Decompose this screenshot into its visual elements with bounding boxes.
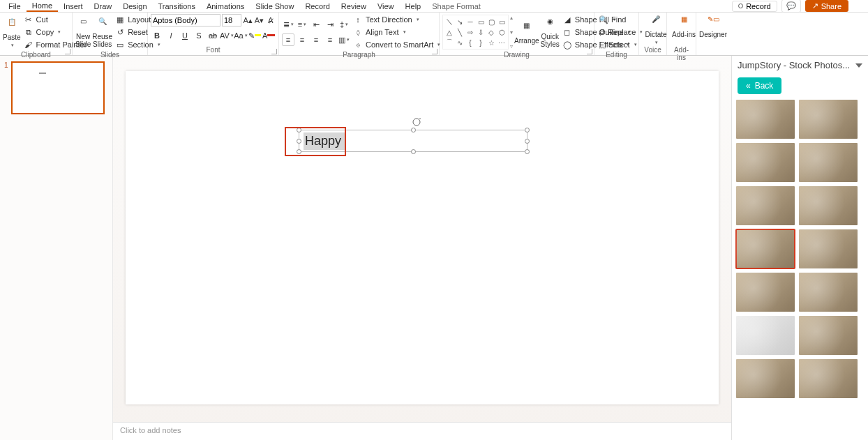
indent-button[interactable]: ⇥ <box>324 18 336 31</box>
arrange-button[interactable]: ▦Arrange <box>514 20 539 45</box>
new-slide-button[interactable]: ▭New Slide <box>75 16 91 48</box>
columns-button[interactable]: ▥▾ <box>338 33 350 46</box>
align-center-button[interactable]: ≡ <box>296 33 308 46</box>
select-label: Select <box>608 40 630 49</box>
fill-icon: ◢ <box>562 15 572 24</box>
tab-transitions[interactable]: Transitions <box>153 1 201 11</box>
clipboard-dialog-launcher[interactable] <box>65 49 70 54</box>
highlight-button[interactable]: ✎ <box>248 29 261 42</box>
align-left-button[interactable]: ≡ <box>282 33 294 46</box>
handle-bl[interactable] <box>297 149 301 154</box>
tab-draw[interactable]: Draw <box>89 1 118 11</box>
share-button[interactable]: ↗Share <box>805 0 848 12</box>
replace-button[interactable]: ⇄Replace▾ <box>597 26 636 38</box>
tab-view[interactable]: View <box>372 1 400 11</box>
quick-styles-button[interactable]: ◉Quick Styles <box>541 16 560 48</box>
comments-button[interactable]: 💬 <box>781 0 801 13</box>
tab-insert[interactable]: Insert <box>58 1 89 11</box>
panel-collapse-icon[interactable] <box>855 63 862 68</box>
smartart-button[interactable]: ⟐Convert to SmartArt▾ <box>352 39 442 50</box>
rotate-handle[interactable] <box>412 117 421 127</box>
numbers-button[interactable]: ≡▾ <box>296 18 308 31</box>
result-image[interactable] <box>799 229 858 268</box>
shadow-button[interactable]: S <box>193 29 205 42</box>
back-button[interactable]: «Back <box>738 77 781 94</box>
slide-thumbnail-1[interactable] <box>11 61 105 114</box>
underline-button[interactable]: U <box>179 29 191 42</box>
addins-button[interactable]: ▦Add-ins <box>670 14 698 38</box>
find-button[interactable]: 🔍Find <box>597 14 636 25</box>
drawing-dialog-launcher[interactable] <box>587 49 592 54</box>
clear-format-button[interactable]: A̷ <box>266 14 276 26</box>
text-direction-button[interactable]: ↕Text Direction▾ <box>352 14 442 25</box>
tab-record[interactable]: Record <box>299 1 335 11</box>
align-text-button[interactable]: ⎀Align Text▾ <box>352 26 442 38</box>
selected-text[interactable]: Happy <box>304 132 345 150</box>
highlight-icon: ✎ <box>248 31 255 40</box>
paragraph-group-label: Paragraph <box>282 50 436 59</box>
increase-font-button[interactable]: A▴ <box>243 14 253 26</box>
char-spacing-button[interactable]: AV▾ <box>220 29 233 42</box>
result-image[interactable] <box>736 186 795 225</box>
strike-button[interactable]: ab <box>207 29 219 42</box>
shapes-gallery[interactable]: ＼↘─▭▢▭ △╲⇨⇩◇⬡ ⌒∿{}☆⋯ <box>442 15 509 50</box>
bullets-button[interactable]: ≣▾ <box>282 18 294 31</box>
bold-button[interactable]: B <box>151 29 163 42</box>
addins-group-label: Add-ins <box>670 45 693 55</box>
handle-bc[interactable] <box>411 149 416 154</box>
handle-tc[interactable] <box>411 128 416 132</box>
font-color-button[interactable]: A <box>262 29 275 42</box>
font-name-select[interactable] <box>151 14 220 26</box>
outdent-button[interactable]: ⇤ <box>310 18 322 31</box>
handle-tr[interactable] <box>525 128 530 132</box>
tab-file[interactable]: File <box>3 1 27 11</box>
result-image[interactable] <box>799 143 858 182</box>
dictate-button[interactable]: 🎤Dictate▾ <box>642 14 670 45</box>
result-image[interactable] <box>736 359 795 398</box>
font-size-select[interactable] <box>222 14 241 26</box>
handle-mr[interactable] <box>525 139 530 144</box>
tab-animations[interactable]: Animations <box>201 1 250 11</box>
tab-slideshow[interactable]: Slide Show <box>250 1 299 11</box>
record-button[interactable]: Record <box>732 1 777 12</box>
result-image[interactable] <box>799 316 858 355</box>
result-image[interactable] <box>736 316 795 355</box>
result-image-selected[interactable] <box>736 229 795 268</box>
reuse-slides-button[interactable]: 🔍Reuse Slides <box>92 16 112 48</box>
font-dialog-launcher[interactable] <box>271 49 277 54</box>
tab-review[interactable]: Review <box>336 1 372 11</box>
result-image[interactable] <box>799 359 858 398</box>
replace-icon: ⇄ <box>599 27 605 37</box>
tab-design[interactable]: Design <box>117 1 152 11</box>
designer-button[interactable]: ✎▭Designer <box>699 14 727 38</box>
italic-button[interactable]: I <box>165 29 177 42</box>
align-right-button[interactable]: ≡ <box>310 33 322 46</box>
handle-br[interactable] <box>525 149 530 154</box>
result-image[interactable] <box>736 100 795 139</box>
change-case-button[interactable]: Aa▾ <box>234 29 247 42</box>
line-spacing-button[interactable]: ‡▾ <box>338 18 350 31</box>
arrange-label: Arrange <box>514 37 539 45</box>
tab-shape-format[interactable]: Shape Format <box>426 1 486 11</box>
select-button[interactable]: ⬚Select▾ <box>597 39 636 50</box>
result-image[interactable] <box>736 273 795 312</box>
result-image[interactable] <box>799 186 858 225</box>
tab-home[interactable]: Home <box>27 1 58 12</box>
paragraph-dialog-launcher[interactable] <box>432 49 437 54</box>
result-image[interactable] <box>736 143 795 182</box>
decrease-font-button[interactable]: A▾ <box>254 14 264 26</box>
align-justify-button[interactable]: ≡ <box>324 33 336 46</box>
canvas-area: Happy Click to add notes <box>113 56 731 440</box>
tab-help[interactable]: Help <box>400 1 427 11</box>
paste-icon: 📋 <box>5 18 19 32</box>
notes-area[interactable]: Click to add notes <box>113 422 731 440</box>
share-caret[interactable]: ▾ <box>854 1 862 11</box>
find-label: Find <box>611 15 626 24</box>
slide-canvas[interactable]: Happy <box>126 71 719 404</box>
handle-ml[interactable] <box>297 139 301 144</box>
handle-tl[interactable] <box>297 128 301 132</box>
smartart-icon: ⟐ <box>353 40 363 50</box>
result-image[interactable] <box>799 100 858 139</box>
paste-button[interactable]: 📋 Paste ▾ <box>3 17 21 48</box>
result-image[interactable] <box>799 273 858 312</box>
